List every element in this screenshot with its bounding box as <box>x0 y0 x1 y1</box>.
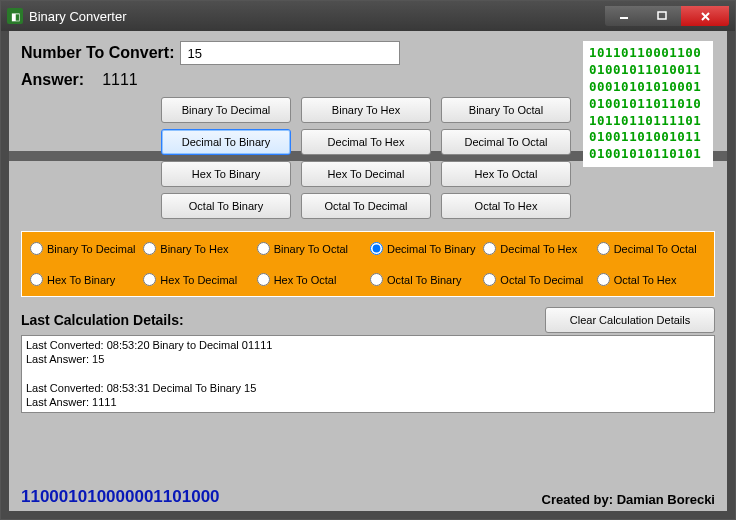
radio-input[interactable] <box>143 273 156 286</box>
radio-decimal-to-octal[interactable]: Decimal To Octal <box>597 242 706 255</box>
credit-label: Created by: Damian Borecki <box>542 492 715 507</box>
radio-hex-to-binary[interactable]: Hex To Binary <box>30 273 139 286</box>
app-window: ◧ Binary Converter Number To Convert: An… <box>0 0 736 520</box>
radio-input[interactable] <box>257 242 270 255</box>
radio-hex-to-decimal[interactable]: Hex To Decimal <box>143 273 252 286</box>
radio-binary-to-decimal[interactable]: Binary To Decimal <box>30 242 139 255</box>
answer-label: Answer: <box>21 71 84 89</box>
radio-input[interactable] <box>30 242 43 255</box>
radio-octal-to-hex[interactable]: Octal To Hex <box>597 273 706 286</box>
footer-binary-text: 110001010000001101000 <box>21 487 220 507</box>
radio-label: Binary To Octal <box>274 243 348 255</box>
radio-label: Octal To Binary <box>387 274 461 286</box>
calculation-details-box[interactable]: Last Converted: 08:53:20 Binary to Decim… <box>21 335 715 413</box>
radio-input[interactable] <box>143 242 156 255</box>
convert-button-decimal-to-octal[interactable]: Decimal To Octal <box>441 129 571 155</box>
convert-button-octal-to-hex[interactable]: Octal To Hex <box>441 193 571 219</box>
radio-input[interactable] <box>30 273 43 286</box>
convert-button-hex-to-decimal[interactable]: Hex To Decimal <box>301 161 431 187</box>
radio-input[interactable] <box>597 273 610 286</box>
maximize-button[interactable] <box>643 6 681 26</box>
radio-input[interactable] <box>370 242 383 255</box>
radio-panel: Binary To DecimalBinary To HexBinary To … <box>21 231 715 297</box>
convert-button-octal-to-binary[interactable]: Octal To Binary <box>161 193 291 219</box>
radio-label: Decimal To Octal <box>614 243 697 255</box>
radio-input[interactable] <box>597 242 610 255</box>
convert-button-binary-to-octal[interactable]: Binary To Octal <box>441 97 571 123</box>
radio-binary-to-hex[interactable]: Binary To Hex <box>143 242 252 255</box>
radio-input[interactable] <box>483 273 496 286</box>
radio-label: Decimal To Hex <box>500 243 577 255</box>
window-controls <box>605 6 729 26</box>
convert-button-decimal-to-hex[interactable]: Decimal To Hex <box>301 129 431 155</box>
svg-rect-1 <box>658 12 666 19</box>
binary-art-panel: 10110110001100 01001011010011 0001010101… <box>583 41 713 167</box>
radio-input[interactable] <box>483 242 496 255</box>
radio-input[interactable] <box>370 273 383 286</box>
radio-label: Hex To Octal <box>274 274 337 286</box>
titlebar[interactable]: ◧ Binary Converter <box>1 1 735 31</box>
radio-label: Binary To Decimal <box>47 243 135 255</box>
radio-hex-to-octal[interactable]: Hex To Octal <box>257 273 366 286</box>
convert-button-hex-to-octal[interactable]: Hex To Octal <box>441 161 571 187</box>
number-to-convert-label: Number To Convert: <box>21 44 174 62</box>
answer-value: 1111 <box>102 71 138 89</box>
radio-label: Hex To Binary <box>47 274 115 286</box>
radio-binary-to-octal[interactable]: Binary To Octal <box>257 242 366 255</box>
app-icon: ◧ <box>7 8 23 24</box>
last-calc-header: Last Calculation Details: <box>21 312 545 328</box>
radio-label: Octal To Decimal <box>500 274 583 286</box>
client-area: Number To Convert: Answer: 1111 Binary T… <box>9 31 727 511</box>
window-title: Binary Converter <box>29 9 605 24</box>
radio-octal-to-decimal[interactable]: Octal To Decimal <box>483 273 592 286</box>
radio-octal-to-binary[interactable]: Octal To Binary <box>370 273 479 286</box>
close-button[interactable] <box>681 6 729 26</box>
convert-button-decimal-to-binary[interactable]: Decimal To Binary <box>161 129 291 155</box>
radio-decimal-to-binary[interactable]: Decimal To Binary <box>370 242 479 255</box>
radio-label: Octal To Hex <box>614 274 677 286</box>
number-input[interactable] <box>180 41 400 65</box>
convert-button-hex-to-binary[interactable]: Hex To Binary <box>161 161 291 187</box>
radio-input[interactable] <box>257 273 270 286</box>
convert-button-octal-to-decimal[interactable]: Octal To Decimal <box>301 193 431 219</box>
radio-label: Decimal To Binary <box>387 243 475 255</box>
convert-button-binary-to-hex[interactable]: Binary To Hex <box>301 97 431 123</box>
radio-label: Hex To Decimal <box>160 274 237 286</box>
radio-label: Binary To Hex <box>160 243 228 255</box>
clear-details-button[interactable]: Clear Calculation Details <box>545 307 715 333</box>
radio-decimal-to-hex[interactable]: Decimal To Hex <box>483 242 592 255</box>
convert-button-binary-to-decimal[interactable]: Binary To Decimal <box>161 97 291 123</box>
minimize-button[interactable] <box>605 6 643 26</box>
